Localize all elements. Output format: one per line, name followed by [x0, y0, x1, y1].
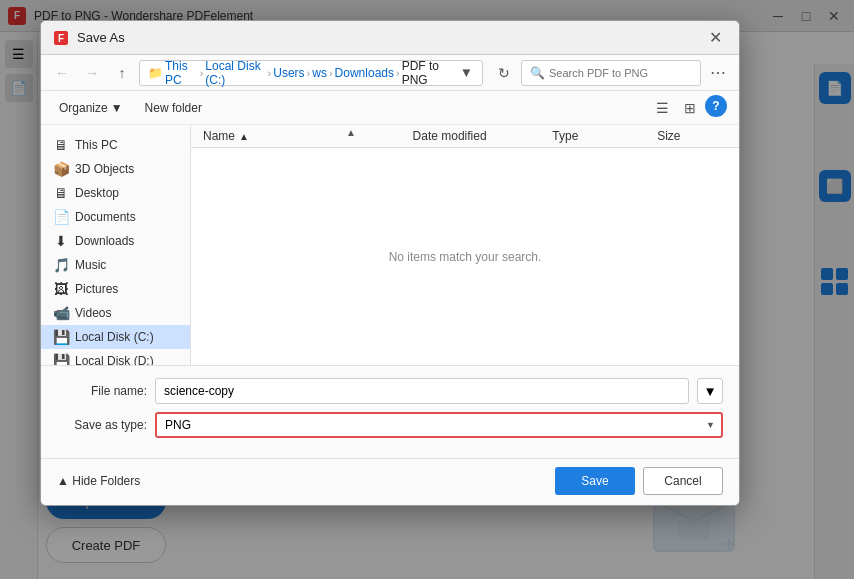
- sidebar-item-music[interactable]: 🎵 Music: [41, 253, 190, 277]
- svg-text:F: F: [58, 33, 64, 44]
- local-disk-c-label: Local Disk (C:): [75, 330, 154, 344]
- 3d-objects-label: 3D Objects: [75, 162, 134, 176]
- dialog-actions: ▲ Hide Folders Save Cancel: [41, 458, 739, 505]
- folder-sidebar: 🖥 This PC 📦 3D Objects 🖥 Desktop 📄 Docum…: [41, 125, 191, 365]
- filename-input[interactable]: [155, 378, 689, 404]
- pictures-icon: 🖼: [53, 281, 69, 297]
- filename-row: File name: ▼: [57, 378, 723, 404]
- downloads-icon: ⬇: [53, 233, 69, 249]
- dialog-titlebar: F Save As ✕: [41, 21, 739, 55]
- savetype-select[interactable]: PNG JPEG BMP TIFF: [155, 412, 723, 438]
- dialog-icon: F: [53, 30, 69, 46]
- dialog-body: 🖥 This PC 📦 3D Objects 🖥 Desktop 📄 Docum…: [41, 125, 739, 365]
- downloads-label: Downloads: [75, 234, 134, 248]
- dialog-close-button[interactable]: ✕: [703, 26, 727, 50]
- breadcrumb-dropdown-button[interactable]: ▼: [459, 63, 474, 83]
- savetype-label: Save as type:: [57, 418, 147, 432]
- local-disk-c-icon: 💾: [53, 329, 69, 345]
- sidebar-item-this-pc[interactable]: 🖥 This PC: [41, 133, 190, 157]
- breadcrumb-local-disk[interactable]: Local Disk (C:): [205, 59, 265, 87]
- search-box: 🔍: [521, 60, 701, 86]
- music-icon: 🎵: [53, 257, 69, 273]
- up-button[interactable]: ↑: [109, 60, 135, 86]
- save-button[interactable]: Save: [555, 467, 635, 495]
- more-options-button[interactable]: ⋯: [705, 60, 731, 86]
- local-disk-d-label: Local Disk (D:): [75, 354, 154, 365]
- cancel-button[interactable]: Cancel: [643, 467, 723, 495]
- refresh-button[interactable]: ↻: [491, 60, 517, 86]
- savetype-row: Save as type: PNG JPEG BMP TIFF: [57, 412, 723, 438]
- save-as-dialog: F Save As ✕ ← → ↑ 📁 This PC › Local Disk…: [40, 20, 740, 506]
- hide-folders-button[interactable]: ▲ Hide Folders: [57, 474, 140, 488]
- desktop-label: Desktop: [75, 186, 119, 200]
- filelist-header: Name ▲ Date modified Type Size: [191, 125, 739, 148]
- savetype-wrapper: PNG JPEG BMP TIFF: [155, 412, 723, 438]
- this-pc-icon: 🖥: [53, 137, 69, 153]
- filename-dropdown-button[interactable]: ▼: [697, 378, 723, 404]
- videos-label: Videos: [75, 306, 111, 320]
- documents-label: Documents: [75, 210, 136, 224]
- filename-label: File name:: [57, 384, 147, 398]
- local-disk-d-icon: 💾: [53, 353, 69, 365]
- sidebar-item-desktop[interactable]: 🖥 Desktop: [41, 181, 190, 205]
- view-icons: ☰ ⊞ ?: [649, 95, 727, 121]
- dialog-footer: File name: ▼ Save as type: PNG JPEG BMP …: [41, 365, 739, 458]
- dialog-title: Save As: [77, 30, 125, 45]
- breadcrumb-this-pc[interactable]: This PC: [165, 59, 198, 87]
- column-type[interactable]: Type: [552, 129, 657, 143]
- videos-icon: 📹: [53, 305, 69, 321]
- filelist-empty-message: No items match your search.: [191, 148, 739, 365]
- help-button[interactable]: ?: [705, 95, 727, 117]
- back-button[interactable]: ←: [49, 60, 75, 86]
- breadcrumb-downloads[interactable]: Downloads: [335, 66, 394, 80]
- dialog-organize-bar: Organize ▼ New folder ☰ ⊞ ?: [41, 91, 739, 125]
- breadcrumb-bar[interactable]: 📁 This PC › Local Disk (C:) › Users › ws…: [139, 60, 483, 86]
- sidebar-item-local-disk-d[interactable]: 💾 Local Disk (D:): [41, 349, 190, 365]
- search-icon: 🔍: [530, 66, 545, 80]
- column-name[interactable]: Name ▲: [203, 129, 413, 143]
- this-pc-label: This PC: [75, 138, 118, 152]
- column-date-modified[interactable]: Date modified: [413, 129, 553, 143]
- breadcrumb-users[interactable]: Users: [273, 66, 304, 80]
- sidebar-item-downloads[interactable]: ⬇ Downloads: [41, 229, 190, 253]
- music-label: Music: [75, 258, 106, 272]
- forward-button[interactable]: →: [79, 60, 105, 86]
- breadcrumb-folder-icon: 📁: [148, 66, 163, 80]
- documents-icon: 📄: [53, 209, 69, 225]
- pictures-label: Pictures: [75, 282, 118, 296]
- file-list: ▲ Name ▲ Date modified Type Size No item…: [191, 125, 739, 365]
- column-size[interactable]: Size: [657, 129, 727, 143]
- sidebar-item-videos[interactable]: 📹 Videos: [41, 301, 190, 325]
- 3d-objects-icon: 📦: [53, 161, 69, 177]
- search-input[interactable]: [549, 67, 692, 79]
- grid-view-button[interactable]: ⊞: [677, 95, 703, 121]
- sidebar-item-pictures[interactable]: 🖼 Pictures: [41, 277, 190, 301]
- desktop-icon: 🖥: [53, 185, 69, 201]
- sidebar-item-local-disk-c[interactable]: 💾 Local Disk (C:): [41, 325, 190, 349]
- list-view-button[interactable]: ☰: [649, 95, 675, 121]
- new-folder-button[interactable]: New folder: [137, 97, 210, 119]
- breadcrumb-ws[interactable]: ws: [312, 66, 327, 80]
- breadcrumb-current: PDF to PNG: [402, 59, 453, 87]
- sidebar-item-documents[interactable]: 📄 Documents: [41, 205, 190, 229]
- sidebar-item-3d-objects[interactable]: 📦 3D Objects: [41, 157, 190, 181]
- dialog-toolbar: ← → ↑ 📁 This PC › Local Disk (C:) › User…: [41, 55, 739, 91]
- organize-button[interactable]: Organize ▼: [53, 97, 129, 119]
- action-buttons: Save Cancel: [555, 467, 723, 495]
